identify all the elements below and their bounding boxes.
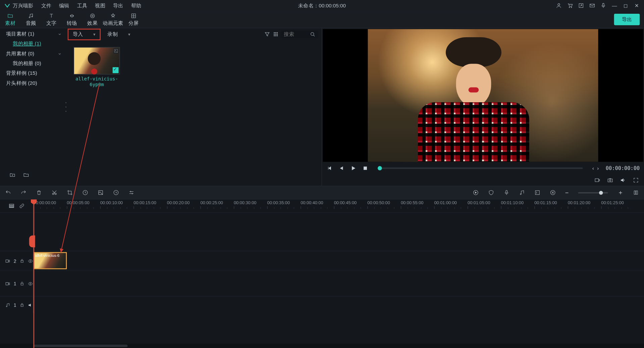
timeline-clip[interactable]: allef-vinicius-6 bbox=[34, 252, 67, 269]
ruler-tick: 00:01:25:00 bbox=[601, 200, 624, 205]
menu-edit[interactable]: 编辑 bbox=[56, 2, 73, 9]
ruler-tick: 00:00:40:00 bbox=[301, 200, 323, 205]
redo-icon[interactable] bbox=[20, 190, 26, 196]
zoom-slider[interactable] bbox=[578, 192, 608, 193]
track-label: 1 bbox=[14, 302, 16, 307]
sidebar-item-myalbum-1[interactable]: 我的相册 (1) bbox=[0, 39, 64, 49]
mic-icon[interactable] bbox=[600, 3, 606, 9]
preview-canvas[interactable] bbox=[323, 29, 643, 162]
playhead[interactable] bbox=[34, 199, 35, 348]
svg-point-15 bbox=[275, 34, 276, 35]
tab-split[interactable]: 分屏 bbox=[123, 12, 144, 27]
timeline-ruler[interactable]: 00:00:00:0000:00:05:0000:00:10:0000:00:1… bbox=[34, 199, 644, 212]
cart-icon[interactable] bbox=[567, 3, 573, 9]
menu-tools[interactable]: 工具 bbox=[74, 2, 91, 9]
sidebar-item-intro[interactable]: 片头样例 (20) bbox=[0, 78, 64, 88]
sidebar-item-myalbum-0[interactable]: 我的相册 (0) bbox=[0, 59, 64, 68]
progress-knob[interactable] bbox=[378, 166, 382, 170]
fullscreen-icon[interactable] bbox=[633, 177, 639, 183]
svg-rect-38 bbox=[634, 191, 636, 194]
tab-effect[interactable]: 效果 bbox=[82, 12, 103, 27]
voiceover-icon[interactable] bbox=[503, 190, 509, 196]
mark-in-icon[interactable] bbox=[534, 190, 540, 196]
menu-export[interactable]: 导出 bbox=[110, 2, 127, 9]
media-thumb[interactable]: allef-vinicius-6yp0m bbox=[74, 47, 120, 87]
window-close[interactable]: ✕ bbox=[634, 3, 640, 9]
timeline-ruler-row: 00:00:00:0000:00:05:0000:00:10:0000:00:1… bbox=[0, 199, 644, 212]
lock-icon[interactable] bbox=[20, 303, 24, 307]
app-name: 万兴喵影 bbox=[13, 2, 33, 9]
search-input[interactable] bbox=[284, 31, 307, 37]
sidebar-item-shared[interactable]: 共用素材 (0) bbox=[0, 49, 64, 59]
menu-view[interactable]: 视图 bbox=[92, 2, 109, 9]
player-progress[interactable] bbox=[378, 167, 583, 169]
prev-frame-icon[interactable] bbox=[326, 165, 332, 171]
import-dropdown[interactable]: 导入 ▾ bbox=[68, 28, 101, 40]
window-maximize[interactable]: ◻ bbox=[623, 3, 629, 9]
svg-point-17 bbox=[274, 35, 275, 36]
quality-icon[interactable] bbox=[594, 177, 600, 183]
zoom-knob[interactable] bbox=[599, 191, 603, 194]
timeline-scrollbar[interactable] bbox=[0, 344, 644, 348]
mail-icon[interactable] bbox=[589, 3, 595, 9]
menu-file[interactable]: 文件 bbox=[38, 2, 55, 9]
launch-icon[interactable] bbox=[578, 3, 584, 9]
scrollbar-thumb[interactable] bbox=[34, 345, 128, 347]
user-icon[interactable] bbox=[556, 3, 562, 9]
lock-icon[interactable] bbox=[20, 258, 24, 263]
cut-icon[interactable] bbox=[51, 190, 57, 196]
tab-audio[interactable]: 音频 bbox=[20, 12, 41, 27]
open-folder-icon[interactable] bbox=[23, 172, 29, 178]
undo-icon[interactable] bbox=[5, 190, 11, 196]
record-dropdown[interactable]: 录制 ▾ bbox=[103, 29, 135, 39]
speed-icon[interactable] bbox=[82, 190, 88, 196]
playhead-grip[interactable] bbox=[29, 235, 35, 247]
bracket-nav[interactable]: ‹ › bbox=[592, 165, 600, 171]
sidebar-item-label: 项目素材 (1) bbox=[6, 31, 34, 38]
visibility-icon[interactable] bbox=[28, 281, 33, 286]
color-icon[interactable] bbox=[98, 190, 104, 196]
track-lane-v2[interactable]: allef-vinicius-6 bbox=[34, 251, 644, 270]
play-backward-icon[interactable] bbox=[338, 165, 344, 171]
track-lane-a1[interactable] bbox=[34, 297, 644, 313]
track-lane-v1[interactable] bbox=[34, 271, 644, 296]
window-minimize[interactable]: ― bbox=[611, 3, 618, 9]
tab-animation[interactable]: 动画元素 bbox=[103, 12, 123, 27]
search-box[interactable] bbox=[281, 31, 318, 38]
sidebar-item-project[interactable]: 项目素材 (1) bbox=[0, 29, 64, 39]
render-icon[interactable] bbox=[473, 190, 479, 196]
tab-text[interactable]: 文字 bbox=[41, 12, 62, 27]
zoom-out-icon[interactable]: − bbox=[565, 189, 569, 196]
tab-transition[interactable]: 转场 bbox=[62, 12, 82, 27]
filter-icon[interactable] bbox=[264, 31, 270, 37]
chevron-down-icon bbox=[59, 51, 61, 57]
visibility-icon[interactable] bbox=[28, 258, 33, 263]
marker-shield-icon[interactable] bbox=[488, 190, 494, 196]
snapshot-icon[interactable] bbox=[607, 177, 613, 183]
tab-media[interactable]: 素材 bbox=[0, 12, 20, 27]
stop-icon[interactable] bbox=[362, 165, 368, 171]
volume-icon[interactable] bbox=[620, 177, 626, 183]
clock-icon[interactable] bbox=[113, 190, 119, 196]
crop-icon[interactable] bbox=[67, 190, 73, 196]
zoom-in-icon[interactable]: ＋ bbox=[618, 189, 624, 196]
sidebar-item-bg[interactable]: 背景样例 (15) bbox=[0, 68, 64, 78]
video-track-icon bbox=[5, 258, 10, 263]
svg-point-48 bbox=[30, 283, 31, 284]
new-folder-icon[interactable] bbox=[9, 172, 15, 178]
manage-tracks-icon[interactable] bbox=[8, 203, 14, 209]
delete-icon[interactable] bbox=[36, 190, 42, 196]
lock-icon[interactable] bbox=[20, 281, 24, 286]
adjust-icon[interactable] bbox=[128, 190, 135, 196]
pane-resize-handle[interactable] bbox=[64, 101, 67, 113]
link-icon[interactable] bbox=[19, 203, 25, 209]
play-icon[interactable] bbox=[350, 165, 356, 171]
grid-view-icon[interactable] bbox=[273, 31, 279, 37]
svg-point-12 bbox=[275, 33, 276, 33]
mark-out-icon[interactable] bbox=[550, 190, 556, 196]
menu-help[interactable]: 帮助 bbox=[127, 2, 145, 9]
fit-icon[interactable] bbox=[633, 190, 639, 196]
audio-track-icon[interactable] bbox=[519, 190, 525, 196]
export-button[interactable]: 导出 bbox=[614, 14, 640, 25]
mute-icon[interactable] bbox=[28, 302, 33, 307]
